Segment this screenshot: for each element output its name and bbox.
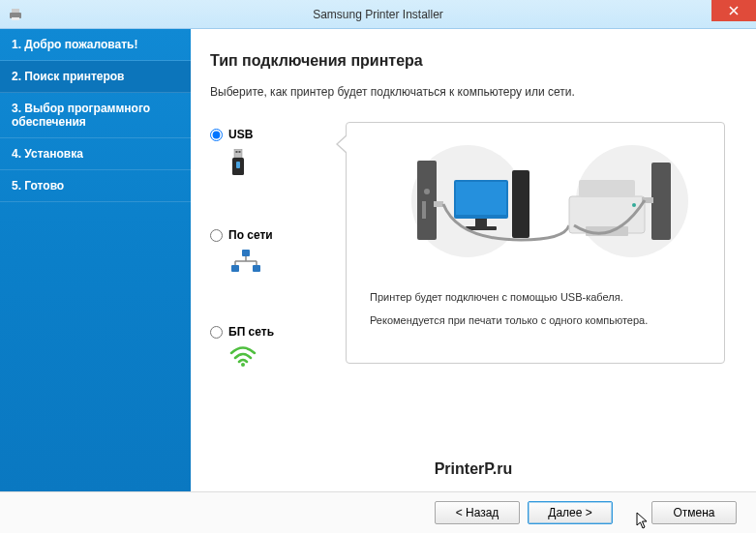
option-wireless[interactable]: БП сеть [210, 325, 336, 371]
svg-rect-23 [475, 219, 487, 226]
detail-panel: Принтер будет подключен с помощью USB-ка… [336, 122, 725, 371]
detail-bubble: Принтер будет подключен с помощью USB-ка… [346, 122, 725, 364]
svg-point-18 [424, 189, 430, 194]
next-button[interactable]: Далее > [528, 501, 613, 524]
svg-rect-25 [512, 170, 529, 238]
cancel-button[interactable]: Отмена [651, 501, 737, 524]
svg-rect-7 [236, 162, 240, 168]
sidebar-item-done[interactable]: 5. Готово [0, 170, 191, 202]
connection-illustration [358, 138, 712, 274]
sidebar-item-install[interactable]: 4. Установка [0, 138, 191, 170]
svg-rect-19 [422, 201, 426, 219]
watermark: PrinterP.ru [435, 460, 513, 478]
back-button[interactable]: < Назад [435, 501, 520, 524]
option-usb-label: USB [228, 128, 253, 141]
detail-line2: Рекомендуется при печати только с одного… [358, 314, 712, 326]
svg-rect-5 [239, 151, 241, 153]
svg-point-30 [632, 203, 636, 207]
sidebar: 1. Добро пожаловать! 2. Поиск принтеров … [0, 29, 191, 491]
option-wireless-label: БП сеть [228, 325, 274, 339]
svg-rect-8 [242, 250, 250, 256]
svg-point-15 [241, 363, 245, 367]
app-icon [8, 7, 23, 22]
option-network-label: По сети [228, 228, 273, 242]
main-panel: Тип подключения принтера Выберите, как п… [191, 29, 756, 491]
mouse-cursor [636, 512, 651, 531]
content: 1. Добро пожаловать! 2. Поиск принтеров … [0, 29, 756, 491]
svg-rect-14 [253, 265, 260, 272]
window-title: Samsung Printer Installer [313, 8, 443, 21]
titlebar: Samsung Printer Installer [0, 0, 756, 29]
svg-rect-3 [234, 149, 242, 158]
svg-rect-4 [236, 151, 238, 153]
wifi-icon [229, 346, 257, 371]
page-subtitle: Выберите, как принтер будет подключаться… [210, 85, 725, 99]
close-button[interactable] [711, 0, 756, 21]
page-heading: Тип подключения принтера [210, 52, 725, 70]
connection-options: USB По сети [210, 122, 336, 371]
radio-wireless[interactable] [210, 326, 223, 339]
footer: < Назад Далее > Отмена [0, 491, 756, 533]
svg-rect-17 [417, 161, 437, 240]
svg-rect-1 [12, 9, 19, 13]
option-usb[interactable]: USB [210, 128, 336, 180]
network-icon [229, 250, 262, 277]
radio-network[interactable] [210, 229, 223, 242]
usb-icon [229, 149, 247, 180]
svg-rect-31 [651, 163, 671, 240]
option-network[interactable]: По сети [210, 228, 336, 277]
sidebar-item-welcome[interactable]: 1. Добро пожаловать! [0, 29, 191, 61]
sidebar-item-software[interactable]: 3. Выбор программного обеспечения [0, 93, 191, 138]
svg-rect-28 [579, 180, 635, 197]
svg-rect-20 [434, 201, 443, 207]
svg-rect-2 [12, 17, 19, 20]
sidebar-item-search[interactable]: 2. Поиск принтеров [0, 61, 191, 93]
detail-line1: Принтер будет подключен с помощью USB-ка… [358, 291, 712, 303]
svg-rect-13 [231, 265, 239, 272]
radio-usb[interactable] [210, 129, 223, 141]
svg-rect-22 [456, 182, 506, 215]
